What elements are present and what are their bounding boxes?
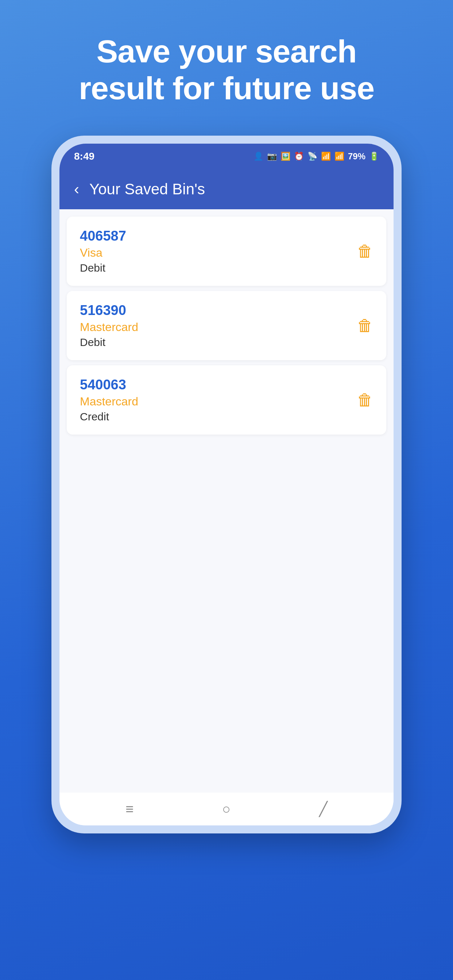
- bin-card-1[interactable]: 516390 Mastercard Debit 🗑: [67, 291, 386, 360]
- card-type-2: Credit: [80, 410, 138, 423]
- app-bar-title: Your Saved Bin's: [89, 180, 205, 198]
- bin-card-2[interactable]: 540063 Mastercard Credit 🗑: [67, 365, 386, 434]
- person-icon: 👤: [254, 152, 263, 161]
- signal1-icon: 📶: [321, 152, 331, 161]
- phone-mockup: 8:49 👤 📷 🖼️ ⏰ 📡 📶 📶 79% 🔋 ‹ Your Saved B…: [51, 135, 402, 834]
- card-info-0: 406587 Visa Debit: [80, 228, 126, 274]
- back-button[interactable]: ‹: [74, 180, 79, 198]
- bottom-nav: ≡ ○ ╱: [59, 792, 394, 826]
- network-name-1: Mastercard: [80, 320, 138, 334]
- headline-text: Save your search result for future use: [49, 33, 404, 107]
- wifi-icon: 📡: [308, 152, 317, 161]
- status-icons: 👤 📷 🖼️ ⏰ 📡 📶 📶 79% 🔋: [254, 151, 379, 162]
- camera-icon: 📷: [267, 152, 277, 161]
- bin-number-2: 540063: [80, 377, 138, 393]
- bin-card-0[interactable]: 406587 Visa Debit 🗑: [67, 216, 386, 286]
- bin-number-1: 516390: [80, 302, 138, 318]
- status-bar: 8:49 👤 📷 🖼️ ⏰ 📡 📶 📶 79% 🔋: [59, 144, 394, 169]
- delete-button-0[interactable]: 🗑: [357, 243, 373, 259]
- nav-home-icon[interactable]: ○: [222, 801, 231, 817]
- app-bar: ‹ Your Saved Bin's: [59, 169, 394, 209]
- signal2-icon: 📶: [335, 152, 344, 161]
- card-type-0: Debit: [80, 262, 126, 274]
- delete-button-2[interactable]: 🗑: [357, 392, 373, 408]
- battery-level: 79%: [348, 151, 365, 162]
- bins-list: 406587 Visa Debit 🗑 516390 Mastercard De…: [59, 209, 394, 792]
- battery-icon: 🔋: [369, 152, 379, 161]
- card-info-1: 516390 Mastercard Debit: [80, 302, 138, 348]
- bin-number-0: 406587: [80, 228, 126, 244]
- delete-button-1[interactable]: 🗑: [357, 318, 373, 334]
- card-info-2: 540063 Mastercard Credit: [80, 377, 138, 423]
- nav-back-icon[interactable]: ╱: [319, 801, 327, 817]
- card-type-1: Debit: [80, 336, 138, 348]
- image-icon: 🖼️: [281, 152, 290, 161]
- nav-menu-icon[interactable]: ≡: [126, 801, 134, 817]
- alarm-icon: ⏰: [294, 152, 304, 161]
- phone-screen: 8:49 👤 📷 🖼️ ⏰ 📡 📶 📶 79% 🔋 ‹ Your Saved B…: [59, 144, 394, 826]
- status-time: 8:49: [74, 151, 94, 162]
- network-name-2: Mastercard: [80, 395, 138, 408]
- network-name-0: Visa: [80, 246, 126, 259]
